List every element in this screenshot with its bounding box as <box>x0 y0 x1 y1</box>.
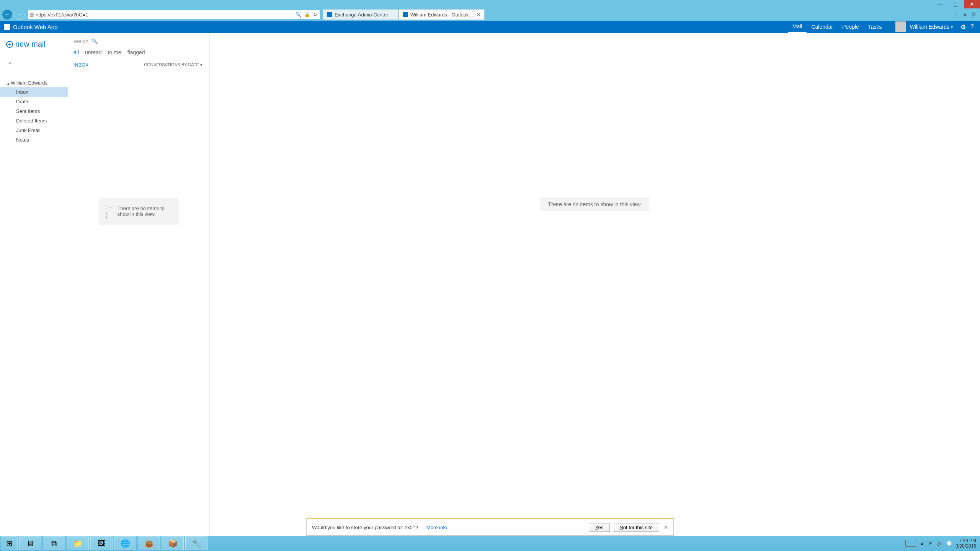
message-list-pane: search 🔍 all unread to me flagged INBOX … <box>68 33 210 536</box>
user-name[interactable]: William Edwards <box>910 24 949 30</box>
nav-people[interactable]: People <box>838 21 864 33</box>
notif-close-icon[interactable]: ✕ <box>664 525 668 530</box>
help-icon[interactable]: ? <box>970 23 974 30</box>
tab-favicon-icon <box>403 12 408 17</box>
favorites-icon[interactable]: ★ <box>962 11 967 18</box>
taskbar-clock[interactable]: 7:29 PM 3/28/2016 <box>956 538 976 549</box>
back-button[interactable]: ← <box>2 10 12 20</box>
tray-volume-icon[interactable]: 🔈 <box>937 541 942 546</box>
start-button[interactable]: ⊞ <box>1 536 18 550</box>
minimize-button[interactable]: — <box>932 0 948 8</box>
taskbar-app-3[interactable]: 📁 <box>67 536 89 550</box>
system-tray: ▲ 🏳 🔈 🕑 7:29 PM 3/28/2016 <box>905 538 980 549</box>
folder-inbox[interactable]: Inbox <box>0 87 68 97</box>
taskbar-app-4[interactable]: 🖼 <box>90 536 113 550</box>
smiley-icon: : - ) <box>106 203 112 219</box>
content-area: + new mail « William Edwards Inbox Draft… <box>0 33 980 536</box>
nav-tasks[interactable]: Tasks <box>864 21 887 33</box>
notif-no-button[interactable]: Not for this site <box>613 523 659 532</box>
close-button[interactable]: ✕ <box>964 0 980 8</box>
taskbar-app-7[interactable]: 📦 <box>162 536 184 550</box>
filter-unread[interactable]: unread <box>85 49 102 55</box>
clock-date: 3/28/2016 <box>956 543 976 549</box>
clock-time: 7:29 PM <box>956 538 976 543</box>
user-avatar[interactable] <box>895 21 906 32</box>
home-icon[interactable]: ⌂ <box>955 11 959 18</box>
sort-dropdown[interactable]: CONVERSATIONS BY DATE ▾ <box>144 62 203 68</box>
reading-pane: There are no items to show in this view. <box>210 33 980 536</box>
filter-all[interactable]: all <box>74 49 79 55</box>
forward-button[interactable]: → <box>15 10 24 20</box>
filter-flagged[interactable]: flagged <box>127 49 145 55</box>
outlook-logo-icon <box>4 24 10 30</box>
collapse-sidebar-button[interactable]: « <box>0 49 68 65</box>
taskbar-app-1[interactable]: 🖥 <box>19 536 41 550</box>
empty-reading-message: There are no items to show in this view. <box>540 197 649 211</box>
lock-icon[interactable]: 🔒 <box>304 12 310 17</box>
folder-junk[interactable]: Junk Email <box>0 126 68 135</box>
separator <box>889 23 889 31</box>
folder-notes[interactable]: Notes <box>0 135 68 145</box>
empty-list-text: There are no items to show in this view. <box>117 205 172 217</box>
taskbar-app-2[interactable]: ⧉ <box>43 536 65 550</box>
search-icon[interactable]: 🔍 <box>91 38 98 44</box>
password-store-notification: Would you like to store your password fo… <box>306 518 674 536</box>
nav-mail[interactable]: Mail <box>788 21 807 33</box>
user-dropdown-icon[interactable]: ▾ <box>951 25 953 29</box>
new-mail-label: new mail <box>15 40 46 49</box>
tray-clock-icon[interactable]: 🕑 <box>946 541 952 546</box>
url-text: https://ex01/owa/?bO=1 <box>35 12 292 18</box>
app-title: Outlook Web App <box>13 24 57 30</box>
new-mail-button[interactable]: + new mail <box>0 40 68 49</box>
filter-bar: all unread to me flagged <box>68 44 209 55</box>
empty-list-message: : - ) There are no items to show in this… <box>99 198 179 225</box>
notif-yes-button[interactable]: Yes <box>589 523 610 532</box>
settings-icon[interactable]: ⚙ <box>960 23 966 31</box>
maximize-button[interactable]: ▢ <box>948 0 964 8</box>
plus-circle-icon: + <box>6 41 13 48</box>
owa-header: Outlook Web App Mail Calendar People Tas… <box>0 21 980 33</box>
refresh-icon[interactable]: ↻ <box>313 12 317 17</box>
search-dropdown-icon[interactable]: 🔍 <box>296 12 301 17</box>
nav-calendar[interactable]: Calendar <box>807 21 838 33</box>
tab-close-icon[interactable]: ✕ <box>477 12 480 17</box>
taskbar-app-8[interactable]: 🔧 <box>185 536 207 550</box>
tab-outlook-web[interactable]: William Edwards - Outlook ... ✕ <box>399 9 485 20</box>
taskbar-app-5[interactable]: 🌐 <box>114 536 136 550</box>
folder-deleted[interactable]: Deleted Items <box>0 116 68 126</box>
filter-tome[interactable]: to me <box>108 49 121 55</box>
notif-more-info[interactable]: More info <box>426 525 447 530</box>
taskbar-app-6[interactable]: 👜 <box>138 536 160 550</box>
taskbar: ⊞ 🖥 ⧉ 📁 🖼 🌐 👜 📦 🔧 ▲ 🏳 🔈 🕑 7:29 PM 3/28/2… <box>0 536 980 551</box>
browser-tabs: Exchange Admin Center William Edwards - … <box>323 9 485 20</box>
tab-exchange-admin[interactable]: Exchange Admin Center <box>323 9 399 20</box>
site-favicon-icon: ▦ <box>28 12 35 17</box>
folder-drafts[interactable]: Drafts <box>0 97 68 106</box>
tray-flag-icon[interactable]: 🏳 <box>928 541 933 546</box>
mailbox-root[interactable]: William Edwards <box>0 78 68 87</box>
ie-toolbar: ← → ▦ https://ex01/owa/?bO=1 🔍 🔒 ↻ Excha… <box>0 8 980 21</box>
folder-sent[interactable]: Sent Items <box>0 106 68 116</box>
tools-icon[interactable]: ⚙ <box>971 11 976 18</box>
tab-title: Exchange Admin Center <box>335 12 388 18</box>
search-input[interactable]: search <box>74 38 88 44</box>
keyboard-icon[interactable] <box>905 540 916 547</box>
current-folder-label: INBOX <box>74 62 89 68</box>
address-bar[interactable]: ▦ https://ex01/owa/?bO=1 🔍 🔒 ↻ <box>28 10 320 19</box>
tray-expand-icon[interactable]: ▲ <box>920 541 924 546</box>
notif-text: Would you like to store your password fo… <box>312 525 418 530</box>
folder-sidebar: + new mail « William Edwards Inbox Draft… <box>0 33 68 536</box>
tab-title: William Edwards - Outlook ... <box>410 12 474 18</box>
tab-favicon-icon <box>327 12 332 17</box>
